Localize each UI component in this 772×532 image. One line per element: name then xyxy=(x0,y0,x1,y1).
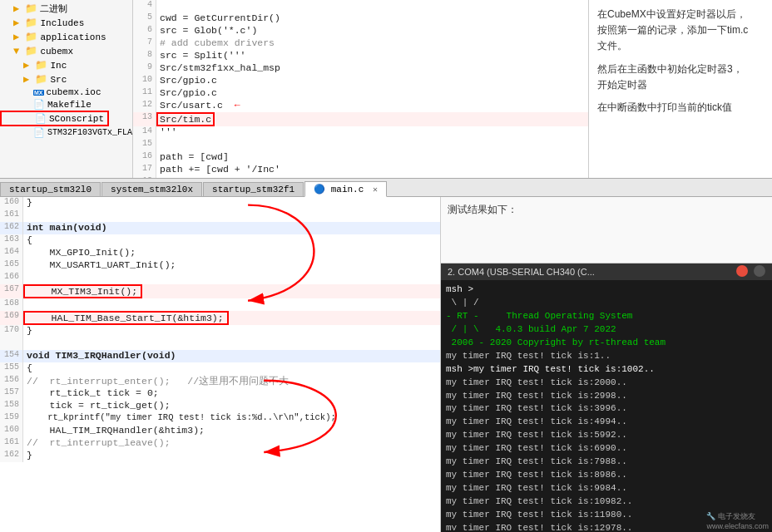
folder-icon-cubemx: ▼ 📁 xyxy=(13,45,37,57)
folder-icon-includes: ▶ 📁 xyxy=(13,17,37,29)
code-line: 159 rt_kprintf("my timer IRQ test! tick … xyxy=(0,412,440,425)
top-section: ▶ 📁 二进制 ▶ 📁 Includes ▶ 📁 applications ▼ … xyxy=(0,0,772,179)
terminal-line: my timer IRQ test! tick is:3996.. xyxy=(446,402,767,416)
terminal-line: my timer IRQ test! tick is:8986.. xyxy=(446,469,767,482)
code-line: 164 MX_GPIO_Init(); xyxy=(0,247,440,259)
code-line: 10 Src/gpio.c xyxy=(133,75,588,87)
terminal-controls xyxy=(733,265,765,278)
code-line: 165 MX_USART1_UART_Init(); xyxy=(0,259,440,272)
annotation-text-3: 在中断函数中打印当前的tick值 xyxy=(597,100,764,116)
code-line: 166 xyxy=(0,272,440,284)
terminal-line: msh >my timer IRQ test! tick is:1002.. xyxy=(446,363,767,377)
tree-label-sconscript: SConscript xyxy=(49,114,104,124)
terminal-line: \ | / xyxy=(446,297,767,310)
code-line: 12 Src/usart.c ← xyxy=(133,100,588,112)
terminal-title: 2. COM4 (USB-SERIAL CH340 (C... xyxy=(448,267,733,277)
tree-item-inc[interactable]: ▶ 📁 Inc xyxy=(0,58,132,72)
bottom-code-editor: 160 } 161 162 int main(void) 163 { 164 M… xyxy=(0,197,441,532)
terminal-max-btn[interactable] xyxy=(754,265,765,277)
terminal-line: my timer IRQ test! tick is:10982.. xyxy=(446,495,767,509)
code-line: 170 } xyxy=(0,325,440,337)
code-line-hal-tim: 169 HAL_TIM_Base_Start_IT(&htim3); xyxy=(0,311,440,325)
terminal-line: my timer IRQ test! tick is:1.. xyxy=(446,350,767,363)
terminal-content: msh > \ | / - RT - Thread Operating Syst… xyxy=(441,280,772,530)
tab-label: startup_stm32f1 xyxy=(212,185,294,195)
code-line: 5 cwd = GetCurrentDir() xyxy=(133,12,588,25)
tab-label: startup_stm32l0 xyxy=(9,185,92,195)
terminal-line: my timer IRQ test! tick is:2000.. xyxy=(446,377,767,390)
bottom-section: 160 } 161 162 int main(void) 163 { 164 M… xyxy=(0,197,772,532)
tab-bar: startup_stm32l0 system_stm32l0x startup_… xyxy=(0,179,772,197)
folder-icon-applications: ▶ 📁 xyxy=(13,31,37,43)
code-line-main-def: 162 int main(void) xyxy=(0,222,440,234)
annotation-text-2: 然后在主函数中初始化定时器3，开始定时器 xyxy=(597,62,764,93)
file-icon-sconscript: 📄 xyxy=(35,113,47,124)
code-line: 9 Src/stm32f1xx_hal_msp xyxy=(133,62,588,75)
code-line-tim3-init: 167 MX_TIM3_Init(); xyxy=(0,284,440,298)
code-area: 160 } 161 162 int main(void) 163 { 164 M… xyxy=(0,197,440,462)
folder-icon: ▶ 📁 xyxy=(13,2,37,15)
code-line xyxy=(0,337,440,350)
right-panel: 测试结果如下： 2. COM4 (USB-SERIAL CH340 (C... … xyxy=(441,197,772,532)
top-code-editor: 4 5 cwd = GetCurrentDir() 6 src = Glob('… xyxy=(133,0,589,178)
code-line: 14 ''' xyxy=(133,126,588,139)
terminal-line: - RT - Thread Operating System xyxy=(446,310,767,323)
code-line: 161 xyxy=(0,209,440,222)
terminal-line: my timer IRQ test! tick is:6990.. xyxy=(446,442,767,456)
tree-label-binary: 二进制 xyxy=(40,2,67,15)
tree-item-applications[interactable]: ▶ 📁 applications xyxy=(0,30,132,44)
code-line: 162 } xyxy=(0,450,440,462)
code-line: 158 tick = rt_tick_get(); xyxy=(0,400,440,412)
tree-label-cubemx: cubemx xyxy=(40,47,73,57)
tab-system-stm32l0x[interactable]: system_stm32l0x xyxy=(101,182,202,196)
code-line-tim: 13 Src/tim.c xyxy=(133,112,588,126)
tree-item-binary[interactable]: ▶ 📁 二进制 xyxy=(0,2,132,16)
tree-item-ioc[interactable]: MX cubemx.ioc xyxy=(0,86,132,98)
code-line: 18 xyxy=(133,176,588,178)
tree-item-src[interactable]: ▶ 📁 Src xyxy=(0,72,132,86)
tab-icon: 🔵 xyxy=(314,185,331,195)
watermark-url: www.elecfans.com xyxy=(706,522,769,530)
terminal-wrapper: 2. COM4 (USB-SERIAL CH340 (C... msh > \ … xyxy=(441,264,772,532)
tab-startup-stm32f1[interactable]: startup_stm32f1 xyxy=(203,182,304,196)
top-annotation: 在CubeMX中设置好定时器以后，按照第一篇的记录，添加一下tim.c文件。 然… xyxy=(589,0,772,178)
annotation-text-1: 在CubeMX中设置好定时器以后，按照第一篇的记录，添加一下tim.c文件。 xyxy=(597,7,764,55)
code-line: 7 # add cubemx drivers xyxy=(133,37,588,50)
tab-main-c[interactable]: 🔵 main.c ✕ xyxy=(304,181,387,197)
terminal-line: my timer IRQ test! tick is:7988.. xyxy=(446,456,767,469)
terminal-line: my timer IRQ test! tick is:4994.. xyxy=(446,416,767,429)
watermark-site: 🔧 xyxy=(706,512,718,520)
code-line: 17 path += [cwd + '/Inc' xyxy=(133,164,588,176)
terminal-line: 2006 - 2020 Copyright by rt-thread team xyxy=(446,337,767,350)
tab-close-main[interactable]: ✕ xyxy=(373,185,378,195)
code-line: 155 { xyxy=(0,362,440,375)
tree-label-includes: Includes xyxy=(40,18,84,28)
tree-label-makefile: Makefile xyxy=(47,100,92,110)
code-line: 168 xyxy=(0,298,440,311)
tree-item-flash[interactable]: 📄 STM32F103VGTx_FLASH.ld xyxy=(0,126,132,139)
code-line: 160 HAL_TIM_IRQHandler(&htim3); xyxy=(0,425,440,437)
bottom-annotation: 测试结果如下： xyxy=(441,197,772,264)
code-line: 160 } xyxy=(0,197,440,209)
tree-label-inc: Inc xyxy=(50,61,67,71)
code-line: 11 Src/gpio.c xyxy=(133,87,588,100)
tree-item-cubemx[interactable]: ▼ 📁 cubemx xyxy=(0,44,132,58)
test-result-label: 测试结果如下： xyxy=(448,204,517,215)
file-icon-flash: 📄 xyxy=(33,127,45,138)
tab-label: system_stm32l0x xyxy=(111,185,193,195)
file-tree: ▶ 📁 二进制 ▶ 📁 Includes ▶ 📁 applications ▼ … xyxy=(0,0,133,178)
terminal-line: my timer IRQ test! tick is:9984.. xyxy=(446,482,767,495)
terminal-line: / | \ 4.0.3 build Apr 7 2022 xyxy=(446,323,767,337)
tree-item-makefile[interactable]: 📄 Makefile xyxy=(0,98,132,111)
tab-startup-stm32l0[interactable]: startup_stm32l0 xyxy=(0,182,101,196)
tree-item-sconscript[interactable]: 📄 SConscript xyxy=(0,111,109,126)
tree-item-includes[interactable]: ▶ 📁 Includes xyxy=(0,16,132,30)
terminal-close-btn[interactable] xyxy=(736,265,748,277)
terminal-titlebar: 2. COM4 (USB-SERIAL CH340 (C... xyxy=(441,264,772,280)
watermark-text: 电子发烧友 xyxy=(718,512,755,520)
code-line: 157 rt_tick_t tick = 0; xyxy=(0,387,440,400)
code-line: 163 { xyxy=(0,234,440,247)
tree-label-src: Src xyxy=(50,75,67,85)
watermark: 🔧 电子发烧友 www.elecfans.com xyxy=(706,511,769,530)
tree-label-flash: STM32F103VGTx_FLASH.ld xyxy=(47,128,133,137)
